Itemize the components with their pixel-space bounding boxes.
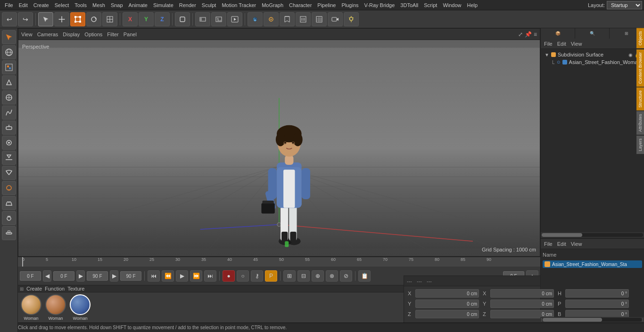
objects-scrollbar[interactable]: [541, 232, 644, 238]
frame-decrement-btn[interactable]: ◀: [43, 270, 51, 282]
timeline-edit-btn[interactable]: 📋: [358, 270, 371, 282]
grid-button[interactable]: [312, 12, 327, 26]
go-start-btn[interactable]: ⏮: [148, 270, 160, 282]
mat-item-0[interactable]: Woman: [21, 294, 41, 321]
scroll-left-btn[interactable]: [541, 318, 542, 322]
tab-objects[interactable]: Objects: [636, 28, 644, 49]
tree-item-woman[interactable]: L ⊙ Asian_Street_Fashion_Woman_St: [543, 58, 642, 66]
record-all-btn[interactable]: ○: [237, 270, 249, 282]
end-preview-input[interactable]: [87, 271, 108, 281]
tab-search-icon[interactable]: 🔍: [575, 28, 610, 39]
axis-x-button[interactable]: X: [123, 12, 138, 26]
cloth-button[interactable]: [2, 166, 16, 180]
render-region-button[interactable]: [195, 12, 210, 26]
menu-vray[interactable]: V-Ray Bridge: [362, 1, 398, 9]
viewport-cameras-menu[interactable]: Cameras: [37, 32, 58, 37]
move-button[interactable]: [54, 12, 69, 26]
coord-y-pos-input[interactable]: [415, 300, 479, 308]
coord-x-pos-input[interactable]: [415, 289, 479, 298]
viewport-view-menu[interactable]: View: [21, 32, 33, 37]
timeline-grid-btn[interactable]: ⊘: [340, 270, 352, 282]
menu-snap[interactable]: Snap: [108, 1, 126, 9]
menu-render[interactable]: Render: [176, 1, 199, 9]
motion-path-btn[interactable]: P: [265, 270, 277, 282]
coord-y2-pos-input[interactable]: [490, 300, 554, 308]
autokey-btn[interactable]: ⚷: [251, 270, 263, 282]
menu-mesh[interactable]: Mesh: [90, 1, 108, 9]
coord-x2-pos-input[interactable]: [490, 289, 554, 298]
floor-button[interactable]: [2, 151, 16, 165]
cube-perspective-button[interactable]: [248, 12, 263, 26]
viewport-canvas[interactable]: Perspective Grid Spacing : 1000 cm: [18, 40, 540, 256]
rotate-button[interactable]: [86, 12, 101, 26]
coord-z-pos-input[interactable]: [415, 310, 479, 318]
mode-model-button[interactable]: [2, 30, 16, 44]
object-mode-button[interactable]: [175, 12, 190, 26]
prev-frame-btn[interactable]: ⏪: [162, 270, 174, 282]
menu-sculpt[interactable]: Sculpt: [199, 1, 219, 9]
mode-texture-button[interactable]: [2, 45, 16, 59]
mat-create-btn[interactable]: Create: [26, 286, 42, 292]
sculpt2-button[interactable]: [2, 196, 16, 210]
current-frame-input[interactable]: [20, 271, 41, 281]
light-button[interactable]: [344, 12, 359, 26]
menu-motion-tracker[interactable]: Motion Tracker: [219, 1, 259, 9]
mat-item-1[interactable]: Woman: [45, 294, 66, 321]
end-frame-input[interactable]: [120, 271, 141, 281]
attr-item[interactable]: Asian_Street_Fashion_Woman_Sta: [543, 260, 642, 268]
scale-button[interactable]: [70, 12, 85, 26]
scroll-right-btn[interactable]: [643, 318, 643, 322]
play-btn[interactable]: ▶: [176, 270, 188, 282]
axis-z-button[interactable]: Z: [155, 12, 170, 26]
menu-select[interactable]: Select: [52, 1, 72, 9]
objects-view-btn[interactable]: View: [570, 41, 584, 47]
render-picture-button[interactable]: [211, 12, 226, 26]
viewport-filter-menu[interactable]: Filter: [107, 32, 118, 37]
spline-button[interactable]: [2, 105, 16, 120]
start-frame-input[interactable]: [53, 271, 74, 281]
pen-tool-button[interactable]: [264, 12, 279, 26]
tab-structure[interactable]: Structure: [636, 88, 644, 111]
mat-function-btn[interactable]: Function: [45, 286, 65, 292]
paint-button[interactable]: [280, 12, 295, 26]
layout-select[interactable]: Startup Standard Animate: [607, 1, 642, 9]
tab-content-browser[interactable]: Content Browser: [636, 49, 644, 87]
start-frame-arrow[interactable]: ▶: [76, 270, 85, 282]
menu-mograph[interactable]: MoGraph: [259, 1, 286, 9]
hair2-button[interactable]: [2, 181, 16, 195]
axis-y-button[interactable]: Y: [139, 12, 154, 26]
undo-button[interactable]: ↩: [2, 12, 17, 26]
right-bottom-scrollbar[interactable]: [540, 317, 644, 323]
end-preview-arrow[interactable]: ▶: [110, 270, 118, 282]
snap-button[interactable]: [2, 90, 16, 105]
viewport-pin-icon[interactable]: 📌: [525, 31, 532, 38]
menu-pipeline[interactable]: Pipeline: [314, 1, 339, 9]
menu-animate[interactable]: Animate: [126, 1, 150, 9]
tab-layers[interactable]: Layers: [636, 136, 644, 154]
viewport-expand-icon[interactable]: ⤢: [518, 31, 523, 38]
visibility-icon[interactable]: ◉: [628, 52, 633, 57]
transform-button[interactable]: [102, 12, 117, 26]
modifier-button[interactable]: [2, 136, 16, 150]
tree-item-subdivision[interactable]: ▼ Subdivision Surface ◉ 🔒: [543, 51, 642, 58]
viewport-options-menu[interactable]: Options: [84, 32, 102, 37]
mat-texture-btn[interactable]: Texture: [67, 286, 84, 292]
mode-paint-button[interactable]: [2, 60, 16, 74]
menu-window[interactable]: Window: [440, 1, 464, 9]
redo-button[interactable]: ↪: [18, 12, 33, 26]
tab-objects-icon[interactable]: 📦: [541, 28, 575, 39]
deform-button[interactable]: [2, 121, 16, 135]
menu-script[interactable]: Script: [421, 1, 440, 9]
mode-obj-button[interactable]: [2, 75, 16, 89]
render-viewer-button[interactable]: [227, 12, 242, 26]
objects-edit-btn[interactable]: Edit: [556, 41, 568, 47]
menu-help[interactable]: Help: [464, 1, 481, 9]
menu-edit[interactable]: Edit: [16, 1, 31, 9]
menu-character[interactable]: Character: [286, 1, 314, 9]
viewport-display-menu[interactable]: Display: [63, 32, 80, 37]
timeline-snap-btn[interactable]: ⊕: [312, 270, 324, 282]
coord-h-input[interactable]: [565, 289, 629, 298]
attr-edit-btn[interactable]: Edit: [556, 241, 568, 247]
objects-file-btn[interactable]: File: [543, 41, 554, 47]
menu-plugins[interactable]: Plugins: [339, 1, 361, 9]
